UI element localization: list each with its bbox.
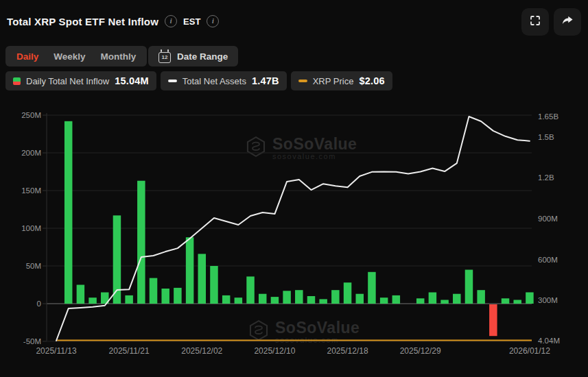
axis-label: 1.65B xyxy=(538,112,558,121)
net-inflow-bar[interactable] xyxy=(77,285,85,304)
net-inflow-bar[interactable] xyxy=(416,298,425,304)
combo-chart[interactable]: 250M200M150M100M50M0-50M1.65B1.5B1.2B900… xyxy=(0,0,588,377)
net-inflow-bar[interactable] xyxy=(356,294,364,304)
net-inflow-bar[interactable] xyxy=(331,290,340,304)
axis-label: 4.04M xyxy=(538,337,560,345)
net-inflow-bar[interactable] xyxy=(489,304,497,336)
net-inflow-bar[interactable] xyxy=(319,299,327,304)
axis-label: 900M xyxy=(538,215,558,223)
net-inflow-bar[interactable] xyxy=(502,298,510,304)
net-inflow-bar[interactable] xyxy=(125,295,133,304)
axis-label: 2025/11/13 xyxy=(36,346,76,356)
net-inflow-bar[interactable] xyxy=(271,297,279,304)
net-inflow-bar[interactable] xyxy=(453,294,461,304)
axis-label: 150M xyxy=(21,186,41,195)
axis-label: 1.2B xyxy=(538,173,554,182)
axis-label: 50M xyxy=(26,262,41,270)
axis-label: 1.5B xyxy=(538,133,554,141)
axis-label: 100M xyxy=(21,224,41,232)
net-inflow-bar[interactable] xyxy=(380,297,388,304)
axis-label: 2025/12/29 xyxy=(400,346,441,356)
net-inflow-bar[interactable] xyxy=(344,282,352,304)
net-inflow-bar[interactable] xyxy=(210,266,218,304)
net-inflow-bar[interactable] xyxy=(89,297,97,304)
net-inflow-bar[interactable] xyxy=(161,289,169,304)
net-inflow-bar[interactable] xyxy=(368,272,376,304)
net-inflow-bar[interactable] xyxy=(150,278,158,304)
axis-label: 600M xyxy=(538,256,558,264)
axis-label: 2025/12/18 xyxy=(327,346,368,356)
net-inflow-bar[interactable] xyxy=(283,291,291,304)
net-inflow-bar[interactable] xyxy=(429,293,437,304)
axis-label: 2025/12/02 xyxy=(181,346,222,356)
axis-label: -50M xyxy=(23,337,41,345)
net-inflow-bar[interactable] xyxy=(222,295,231,304)
net-inflow-bar[interactable] xyxy=(174,288,182,304)
axis-label: 250M xyxy=(21,111,41,119)
net-inflow-bar[interactable] xyxy=(465,270,473,304)
net-inflow-bar[interactable] xyxy=(137,181,145,304)
net-inflow-bar[interactable] xyxy=(526,292,534,304)
net-inflow-bar[interactable] xyxy=(513,300,521,304)
net-inflow-bar[interactable] xyxy=(440,300,449,304)
axis-label: 0 xyxy=(37,300,41,308)
net-inflow-bar[interactable] xyxy=(295,290,303,304)
axis-label: 2025/11/21 xyxy=(109,346,150,356)
axis-label: 200M xyxy=(21,149,41,157)
xrp-etf-chart-panel: Total XRP Spot ETF Net Inflow i EST i Da… xyxy=(0,0,588,377)
net-inflow-bar[interactable] xyxy=(198,254,207,304)
axis-label: 2025/12/10 xyxy=(254,346,295,356)
net-inflow-bar[interactable] xyxy=(64,121,73,304)
axis-label: 2026/01/12 xyxy=(509,346,550,356)
net-inflow-bar[interactable] xyxy=(235,297,243,304)
net-inflow-bar[interactable] xyxy=(307,296,316,304)
net-inflow-bar[interactable] xyxy=(392,295,401,304)
net-inflow-bar[interactable] xyxy=(477,290,485,304)
net-inflow-bar[interactable] xyxy=(259,294,267,304)
axis-label: 300M xyxy=(538,296,558,304)
net-inflow-bar[interactable] xyxy=(186,237,194,304)
net-inflow-bar[interactable] xyxy=(246,276,255,304)
